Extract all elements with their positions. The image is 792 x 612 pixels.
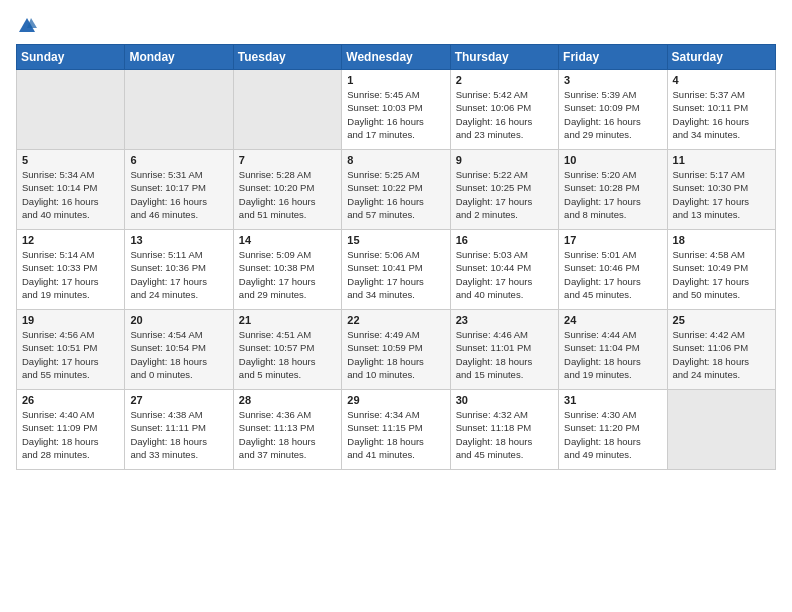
day-info: Sunrise: 5:42 AM Sunset: 10:06 PM Daylig… xyxy=(456,88,553,141)
day-cell: 23Sunrise: 4:46 AM Sunset: 11:01 PM Dayl… xyxy=(450,310,558,390)
day-header-friday: Friday xyxy=(559,45,667,70)
day-header-sunday: Sunday xyxy=(17,45,125,70)
day-cell: 10Sunrise: 5:20 AM Sunset: 10:28 PM Dayl… xyxy=(559,150,667,230)
day-number: 16 xyxy=(456,234,553,246)
day-number: 26 xyxy=(22,394,119,406)
day-number: 7 xyxy=(239,154,336,166)
day-info: Sunrise: 4:32 AM Sunset: 11:18 PM Daylig… xyxy=(456,408,553,461)
day-cell: 21Sunrise: 4:51 AM Sunset: 10:57 PM Dayl… xyxy=(233,310,341,390)
day-info: Sunrise: 5:14 AM Sunset: 10:33 PM Daylig… xyxy=(22,248,119,301)
day-number: 1 xyxy=(347,74,444,86)
day-cell: 27Sunrise: 4:38 AM Sunset: 11:11 PM Dayl… xyxy=(125,390,233,470)
calendar-table: SundayMondayTuesdayWednesdayThursdayFrid… xyxy=(16,44,776,470)
day-number: 4 xyxy=(673,74,770,86)
day-header-thursday: Thursday xyxy=(450,45,558,70)
day-info: Sunrise: 4:30 AM Sunset: 11:20 PM Daylig… xyxy=(564,408,661,461)
day-cell: 30Sunrise: 4:32 AM Sunset: 11:18 PM Dayl… xyxy=(450,390,558,470)
day-number: 10 xyxy=(564,154,661,166)
day-info: Sunrise: 4:36 AM Sunset: 11:13 PM Daylig… xyxy=(239,408,336,461)
day-cell: 6Sunrise: 5:31 AM Sunset: 10:17 PM Dayli… xyxy=(125,150,233,230)
day-cell: 20Sunrise: 4:54 AM Sunset: 10:54 PM Dayl… xyxy=(125,310,233,390)
day-number: 9 xyxy=(456,154,553,166)
day-cell: 5Sunrise: 5:34 AM Sunset: 10:14 PM Dayli… xyxy=(17,150,125,230)
day-info: Sunrise: 4:58 AM Sunset: 10:49 PM Daylig… xyxy=(673,248,770,301)
day-cell: 4Sunrise: 5:37 AM Sunset: 10:11 PM Dayli… xyxy=(667,70,775,150)
day-header-tuesday: Tuesday xyxy=(233,45,341,70)
day-cell: 26Sunrise: 4:40 AM Sunset: 11:09 PM Dayl… xyxy=(17,390,125,470)
logo xyxy=(16,16,37,32)
day-number: 14 xyxy=(239,234,336,246)
day-number: 30 xyxy=(456,394,553,406)
header xyxy=(16,16,776,32)
day-info: Sunrise: 5:06 AM Sunset: 10:41 PM Daylig… xyxy=(347,248,444,301)
day-info: Sunrise: 5:31 AM Sunset: 10:17 PM Daylig… xyxy=(130,168,227,221)
day-cell: 19Sunrise: 4:56 AM Sunset: 10:51 PM Dayl… xyxy=(17,310,125,390)
logo-icon xyxy=(17,16,37,36)
day-info: Sunrise: 5:28 AM Sunset: 10:20 PM Daylig… xyxy=(239,168,336,221)
day-number: 8 xyxy=(347,154,444,166)
day-cell: 14Sunrise: 5:09 AM Sunset: 10:38 PM Dayl… xyxy=(233,230,341,310)
day-info: Sunrise: 4:46 AM Sunset: 11:01 PM Daylig… xyxy=(456,328,553,381)
day-cell: 22Sunrise: 4:49 AM Sunset: 10:59 PM Dayl… xyxy=(342,310,450,390)
day-number: 12 xyxy=(22,234,119,246)
day-cell xyxy=(17,70,125,150)
day-info: Sunrise: 4:56 AM Sunset: 10:51 PM Daylig… xyxy=(22,328,119,381)
day-cell xyxy=(667,390,775,470)
day-info: Sunrise: 4:44 AM Sunset: 11:04 PM Daylig… xyxy=(564,328,661,381)
day-number: 2 xyxy=(456,74,553,86)
day-info: Sunrise: 4:34 AM Sunset: 11:15 PM Daylig… xyxy=(347,408,444,461)
week-row-5: 26Sunrise: 4:40 AM Sunset: 11:09 PM Dayl… xyxy=(17,390,776,470)
day-cell xyxy=(125,70,233,150)
day-info: Sunrise: 5:01 AM Sunset: 10:46 PM Daylig… xyxy=(564,248,661,301)
day-cell: 7Sunrise: 5:28 AM Sunset: 10:20 PM Dayli… xyxy=(233,150,341,230)
day-cell: 24Sunrise: 4:44 AM Sunset: 11:04 PM Dayl… xyxy=(559,310,667,390)
day-info: Sunrise: 4:38 AM Sunset: 11:11 PM Daylig… xyxy=(130,408,227,461)
week-row-1: 1Sunrise: 5:45 AM Sunset: 10:03 PM Dayli… xyxy=(17,70,776,150)
day-number: 31 xyxy=(564,394,661,406)
day-cell: 18Sunrise: 4:58 AM Sunset: 10:49 PM Dayl… xyxy=(667,230,775,310)
day-number: 28 xyxy=(239,394,336,406)
day-number: 15 xyxy=(347,234,444,246)
day-number: 3 xyxy=(564,74,661,86)
day-cell: 12Sunrise: 5:14 AM Sunset: 10:33 PM Dayl… xyxy=(17,230,125,310)
day-number: 21 xyxy=(239,314,336,326)
day-info: Sunrise: 5:34 AM Sunset: 10:14 PM Daylig… xyxy=(22,168,119,221)
day-cell: 13Sunrise: 5:11 AM Sunset: 10:36 PM Dayl… xyxy=(125,230,233,310)
day-info: Sunrise: 5:45 AM Sunset: 10:03 PM Daylig… xyxy=(347,88,444,141)
day-info: Sunrise: 5:11 AM Sunset: 10:36 PM Daylig… xyxy=(130,248,227,301)
day-number: 5 xyxy=(22,154,119,166)
day-info: Sunrise: 4:40 AM Sunset: 11:09 PM Daylig… xyxy=(22,408,119,461)
day-number: 27 xyxy=(130,394,227,406)
day-cell: 1Sunrise: 5:45 AM Sunset: 10:03 PM Dayli… xyxy=(342,70,450,150)
day-info: Sunrise: 5:20 AM Sunset: 10:28 PM Daylig… xyxy=(564,168,661,221)
day-number: 6 xyxy=(130,154,227,166)
day-cell: 17Sunrise: 5:01 AM Sunset: 10:46 PM Dayl… xyxy=(559,230,667,310)
day-number: 18 xyxy=(673,234,770,246)
day-cell: 28Sunrise: 4:36 AM Sunset: 11:13 PM Dayl… xyxy=(233,390,341,470)
day-info: Sunrise: 4:51 AM Sunset: 10:57 PM Daylig… xyxy=(239,328,336,381)
day-number: 17 xyxy=(564,234,661,246)
day-info: Sunrise: 5:17 AM Sunset: 10:30 PM Daylig… xyxy=(673,168,770,221)
day-info: Sunrise: 4:54 AM Sunset: 10:54 PM Daylig… xyxy=(130,328,227,381)
day-info: Sunrise: 5:25 AM Sunset: 10:22 PM Daylig… xyxy=(347,168,444,221)
day-number: 20 xyxy=(130,314,227,326)
day-cell: 8Sunrise: 5:25 AM Sunset: 10:22 PM Dayli… xyxy=(342,150,450,230)
day-number: 22 xyxy=(347,314,444,326)
day-header-saturday: Saturday xyxy=(667,45,775,70)
day-number: 25 xyxy=(673,314,770,326)
day-cell: 25Sunrise: 4:42 AM Sunset: 11:06 PM Dayl… xyxy=(667,310,775,390)
day-info: Sunrise: 5:09 AM Sunset: 10:38 PM Daylig… xyxy=(239,248,336,301)
day-cell: 31Sunrise: 4:30 AM Sunset: 11:20 PM Dayl… xyxy=(559,390,667,470)
day-cell: 16Sunrise: 5:03 AM Sunset: 10:44 PM Dayl… xyxy=(450,230,558,310)
day-cell: 9Sunrise: 5:22 AM Sunset: 10:25 PM Dayli… xyxy=(450,150,558,230)
day-cell: 15Sunrise: 5:06 AM Sunset: 10:41 PM Dayl… xyxy=(342,230,450,310)
day-info: Sunrise: 5:03 AM Sunset: 10:44 PM Daylig… xyxy=(456,248,553,301)
day-info: Sunrise: 5:37 AM Sunset: 10:11 PM Daylig… xyxy=(673,88,770,141)
day-header-monday: Monday xyxy=(125,45,233,70)
week-row-4: 19Sunrise: 4:56 AM Sunset: 10:51 PM Dayl… xyxy=(17,310,776,390)
day-cell: 29Sunrise: 4:34 AM Sunset: 11:15 PM Dayl… xyxy=(342,390,450,470)
day-headers-row: SundayMondayTuesdayWednesdayThursdayFrid… xyxy=(17,45,776,70)
day-number: 11 xyxy=(673,154,770,166)
day-number: 19 xyxy=(22,314,119,326)
day-info: Sunrise: 5:22 AM Sunset: 10:25 PM Daylig… xyxy=(456,168,553,221)
